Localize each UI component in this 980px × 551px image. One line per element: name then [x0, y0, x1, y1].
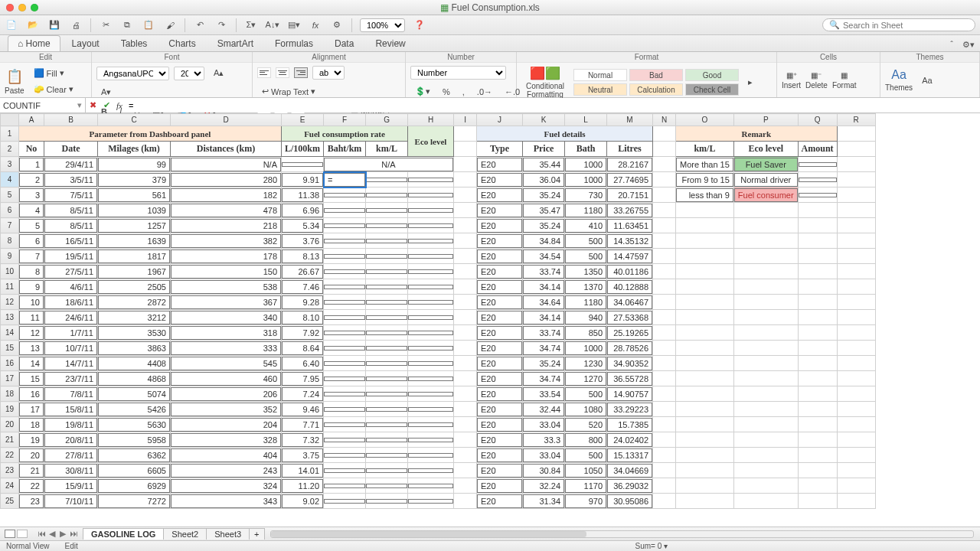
cell[interactable] — [324, 432, 366, 448]
cell[interactable]: 11.38 — [282, 187, 324, 203]
cell[interactable]: 12 — [19, 325, 44, 341]
cell[interactable] — [676, 432, 734, 448]
cell[interactable]: 333 — [171, 341, 282, 356]
cell[interactable]: 30/8/11 — [44, 463, 98, 478]
cell[interactable] — [366, 494, 408, 509]
cell[interactable] — [653, 295, 676, 310]
cell[interactable] — [366, 402, 408, 417]
cell[interactable]: 204 — [171, 417, 282, 432]
redo-button[interactable]: ↷ — [214, 18, 228, 32]
cell[interactable] — [408, 356, 454, 371]
cell[interactable] — [324, 203, 366, 218]
cell[interactable] — [454, 233, 477, 249]
cell[interactable] — [282, 157, 324, 172]
cell[interactable] — [454, 371, 477, 386]
ribbon-collapse-button[interactable]: ˆ — [945, 37, 959, 51]
cell[interactable]: E20 — [477, 310, 523, 325]
name-box[interactable]: COUNTIF▾ — [0, 98, 86, 112]
cut-button[interactable]: ✂ — [99, 18, 113, 32]
cell[interactable] — [324, 371, 366, 386]
cell[interactable]: 1817 — [98, 249, 171, 264]
cell[interactable] — [454, 341, 477, 356]
cell[interactable] — [676, 494, 734, 509]
cell[interactable] — [408, 371, 454, 386]
column-header-R[interactable]: R — [837, 114, 875, 126]
cell[interactable]: 1967 — [98, 264, 171, 279]
cell[interactable]: 99 — [98, 157, 171, 172]
cell[interactable]: Fuel consumption rate — [282, 126, 408, 142]
cell[interactable]: 280 — [171, 172, 282, 187]
cell[interactable] — [676, 371, 734, 386]
cell[interactable]: 178 — [171, 249, 282, 264]
cell[interactable]: E20 — [477, 325, 523, 341]
insert-cells-button[interactable]: ▦⁺Insert — [782, 71, 801, 90]
cell[interactable]: 6605 — [98, 463, 171, 478]
row-header-4[interactable]: 4 — [1, 172, 19, 187]
cell[interactable]: 34.14 — [523, 279, 565, 295]
cell[interactable] — [733, 463, 798, 478]
window-zoom-button[interactable] — [31, 4, 38, 11]
cell[interactable] — [324, 448, 366, 463]
cell[interactable] — [798, 341, 837, 356]
cell[interactable]: 6.40 — [282, 356, 324, 371]
fx-button[interactable]: fx — [309, 18, 322, 32]
sheet-nav-next[interactable]: ▶ — [58, 529, 67, 539]
cell[interactable] — [324, 402, 366, 417]
search-box[interactable]: 🔍 — [822, 18, 975, 31]
cell[interactable]: 520 — [565, 417, 607, 432]
cell[interactable] — [408, 203, 454, 218]
cell[interactable] — [324, 356, 366, 371]
cell[interactable] — [837, 371, 875, 386]
tab-tables[interactable]: Tables — [111, 35, 158, 51]
cell[interactable] — [733, 249, 798, 264]
cell[interactable]: 218 — [171, 218, 282, 233]
sheet-nav-last[interactable]: ⏭ — [69, 529, 78, 539]
cell[interactable]: E20 — [477, 356, 523, 371]
cell[interactable] — [733, 295, 798, 310]
cell[interactable]: 7.95 — [282, 371, 324, 386]
cell[interactable]: 324 — [171, 478, 282, 494]
cell[interactable]: 1257 — [98, 218, 171, 233]
cell[interactable]: 27/8/11 — [44, 448, 98, 463]
cell[interactable] — [324, 417, 366, 432]
cell[interactable] — [366, 218, 408, 233]
cell[interactable] — [653, 402, 676, 417]
cell[interactable]: 32.24 — [523, 478, 565, 494]
cell[interactable]: 30.84 — [523, 463, 565, 478]
cell[interactable] — [366, 341, 408, 356]
cell[interactable]: 7272 — [98, 494, 171, 509]
cell[interactable] — [837, 417, 875, 432]
cell[interactable]: 15.7385 — [607, 417, 653, 432]
row-header-22[interactable]: 22 — [1, 448, 19, 463]
cell[interactable] — [837, 478, 875, 494]
cell[interactable]: 23 — [19, 494, 44, 509]
cell[interactable] — [408, 386, 454, 402]
row-header-14[interactable]: 14 — [1, 325, 19, 341]
cell[interactable]: 14.47597 — [607, 249, 653, 264]
cell[interactable]: 500 — [565, 233, 607, 249]
cell[interactable]: Fuel details — [477, 126, 653, 142]
cell[interactable] — [676, 356, 734, 371]
cell[interactable]: 21 — [19, 463, 44, 478]
cell[interactable] — [798, 463, 837, 478]
cell[interactable] — [837, 249, 875, 264]
cell[interactable]: 35.24 — [523, 356, 565, 371]
cell[interactable]: 19 — [19, 432, 44, 448]
cell[interactable] — [366, 448, 408, 463]
cell[interactable] — [454, 295, 477, 310]
cell[interactable]: 5958 — [98, 432, 171, 448]
sheet-tab-sheet3[interactable]: Sheet3 — [206, 528, 250, 540]
cell[interactable] — [837, 463, 875, 478]
cell[interactable]: E20 — [477, 203, 523, 218]
cell[interactable] — [454, 126, 477, 142]
cell[interactable]: 9.28 — [282, 295, 324, 310]
cell[interactable] — [324, 478, 366, 494]
cell[interactable]: 33.26755 — [607, 203, 653, 218]
cell[interactable] — [733, 218, 798, 233]
column-header-O[interactable]: O — [676, 114, 734, 126]
cell[interactable]: 3530 — [98, 325, 171, 341]
cell[interactable]: N/A — [171, 157, 282, 172]
cell[interactable]: Eco level — [408, 126, 454, 157]
conditional-formatting-button[interactable]: 🟥🟩 Conditional Formatting — [521, 66, 569, 99]
font-shrink-button[interactable]: A▾ — [96, 85, 116, 99]
